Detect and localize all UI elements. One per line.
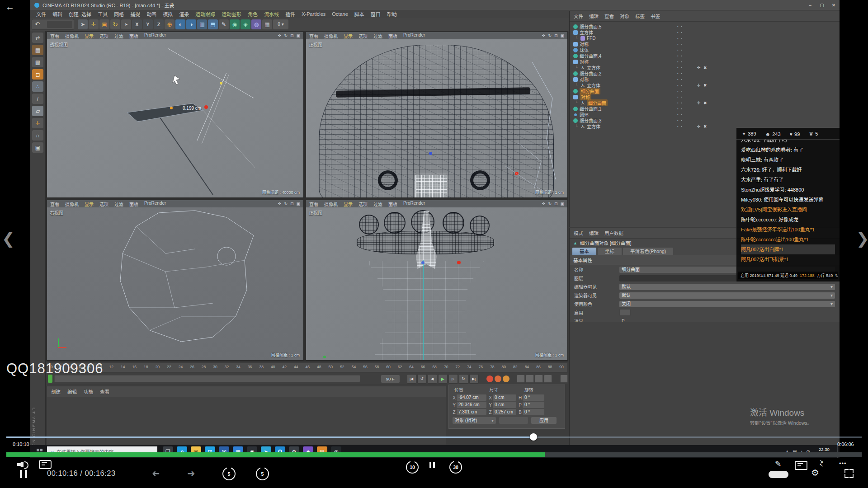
visibility-dots-icon[interactable] [677,119,683,122]
object-row[interactable]: 细分曲面.3 [570,117,840,123]
viewport-menu-item[interactable]: ProRender [403,201,425,207]
menu-item[interactable]: 帮助 [384,10,400,18]
viewport-front-top[interactable]: 查看摄像机显示选项过滤面板ProRender ✛↻⊞▣ [306,32,568,198]
keyframe-button[interactable] [526,375,534,383]
object-manager-menu-item[interactable]: 查看 [604,13,614,19]
transport-button[interactable]: ▷ [448,374,458,384]
transport-button[interactable]: |◀ [407,374,416,384]
viewport-perspective[interactable]: 查看摄像机显示选项过滤面板ProRender ✛↻⊞▣ [47,32,304,198]
rewind-10s-button[interactable]: 10 [406,461,419,474]
record-rotation-icon[interactable] [503,375,509,382]
menu-item[interactable]: 网格 [111,10,127,18]
object-tags[interactable]: ✛ ✖ [697,101,708,105]
object-row[interactable]: 人 立方体 ✛ ✖ [570,82,840,88]
object-tags[interactable]: ✛ ✖ [697,66,708,70]
viewport-menu-item[interactable]: 过滤 [114,33,123,39]
render-settings-icon[interactable]: ◑ [186,19,196,29]
danmaku-list-button[interactable] [795,461,807,470]
menu-item[interactable]: 角色 [245,10,261,18]
attribute-tab[interactable]: 平滑着色(Phong) [623,248,673,255]
forward-5s-button[interactable]: 5 [256,467,269,480]
object-manager-menu-item[interactable]: 标签 [635,13,645,19]
theater-mode-button[interactable]: ↘↖ [819,459,823,467]
object-row[interactable]: 对称 [570,94,840,100]
enable-axis-icon[interactable]: ✛ [32,118,43,128]
material-menu-item[interactable]: 查看 [100,388,109,395]
object-name[interactable]: 立方体 [587,123,600,130]
object-row[interactable]: 立方体 [570,29,840,35]
viewport-menu-item[interactable]: 过滤 [114,201,123,207]
transport-button[interactable]: ▶ [438,374,448,384]
visibility-dots-icon[interactable] [677,84,683,87]
render-view-icon[interactable]: ◐ [175,19,185,29]
viewport-corner-icon[interactable]: ⊞ [554,33,558,38]
end-frame-field[interactable]: 90 F [381,375,400,383]
step-back-button[interactable]: ➜ [152,468,160,479]
timeline-ruler[interactable]: 0246810121416182022242628303234363840424… [47,363,568,372]
workplane-icon[interactable]: ◻ [32,69,43,80]
close-button[interactable]: ✕ [828,0,840,9]
menu-item[interactable]: 文件 [33,10,49,18]
x-axis-lock-icon[interactable]: X [132,19,142,29]
object-row[interactable]: 人 立方体 ✛ ✖ [570,65,840,70]
menu-item[interactable]: 捕捉 [127,10,143,18]
viewport-corner-icon[interactable]: ✛ [542,33,546,38]
menu-item[interactable]: 创建..选择 [66,10,94,18]
attribute-value[interactable]: 默认 [619,284,835,290]
object-row[interactable]: 细分曲面 [570,88,840,94]
object-manager-menu-item[interactable]: 编辑 [589,13,599,19]
object-row[interactable]: 细分曲面.2 [570,70,840,76]
viewport-corner-icon[interactable]: ↻ [284,33,288,38]
viewport-corner-icon[interactable]: ✛ [278,202,282,206]
viewport-corner-icon[interactable]: ▣ [296,33,300,38]
menu-item[interactable]: X-Particles [298,11,329,17]
rotation-field[interactable]: 0 ° [523,409,544,415]
move-tool-icon[interactable]: ✛ [89,19,99,29]
object-row[interactable]: 球体 [570,47,840,53]
visibility-dots-icon[interactable] [677,107,683,110]
interactive-render-icon[interactable]: ▥ [197,19,207,29]
position-field[interactable]: 20.346 cm [457,402,486,408]
rotation-field[interactable]: 0 ° [523,394,544,401]
material-menu-item[interactable]: 功能 [84,388,93,395]
viewport-canvas[interactable] [306,207,567,360]
previous-video-button[interactable]: ❮ [2,230,15,248]
viewport-menu-item[interactable]: 显示 [85,201,94,207]
record-position-icon[interactable] [486,375,493,382]
position-field[interactable]: -94.07 cm [457,394,486,401]
visibility-dots-icon[interactable] [677,89,683,93]
coordinate-system-icon[interactable]: ⊕ [165,19,175,29]
keyframe-button[interactable] [517,375,525,383]
edges-mode-icon[interactable]: / [32,94,43,104]
viewport-menu-item[interactable]: 过滤 [373,33,382,39]
viewport-front[interactable]: 查看摄像机显示选项过滤面板ProRender ✛↻⊞▣ [306,200,568,361]
size-field[interactable]: 0.257 cm [493,409,516,415]
visibility-dots-icon[interactable] [677,95,683,99]
viewport-menu-item[interactable]: 选项 [359,33,368,39]
attribute-value[interactable]: 关闭 [619,301,835,307]
viewport-menu-item[interactable]: 摄像机 [324,33,338,39]
attribute-value[interactable] [619,309,631,316]
viewport-corner-icon[interactable]: ↻ [284,202,288,206]
viewport-corner-icon[interactable]: ⊞ [290,202,294,206]
object-row[interactable]: 细分曲面.1 [570,106,840,112]
viewport-menu-item[interactable]: 显示 [85,33,94,39]
back-button[interactable]: ← [5,2,14,12]
frame-step-field[interactable]: 0 ▾ [273,19,288,29]
visibility-dots-icon[interactable] [677,101,683,104]
viewport-corner-icon[interactable]: ▣ [296,202,300,206]
snap-icon[interactable]: ∩ [32,130,43,141]
maximize-button[interactable]: ▢ [816,0,828,9]
viewport-corner-icon[interactable]: ▣ [560,33,564,38]
object-manager-menu-item[interactable]: 文件 [574,13,583,19]
transport-button[interactable]: ↻ [459,374,468,384]
rotate-tool-icon[interactable]: ↻ [110,19,120,29]
menu-item[interactable]: 编辑 [49,10,66,18]
viewport-menu-item[interactable]: 面板 [388,201,397,207]
points-mode-icon[interactable]: ∴ [32,81,43,92]
object-row[interactable]: FFD [570,35,840,41]
menu-item[interactable]: 渲染 [176,10,192,18]
seek-knob[interactable] [530,433,537,441]
menu-item[interactable]: 插件 [282,10,298,18]
object-row[interactable]: 圆环 [570,112,840,117]
